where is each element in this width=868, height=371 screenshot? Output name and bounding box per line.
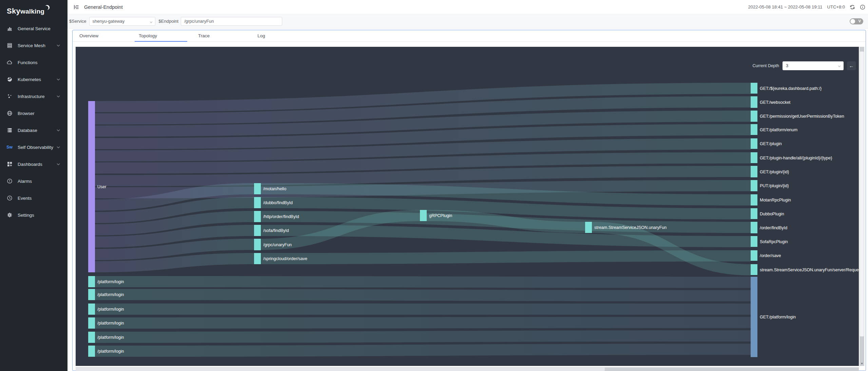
refresh-icon[interactable] [850,4,855,10]
sw-logo-icon: Sw [6,144,13,150]
sankey-node--grpc-unaryfun[interactable] [254,239,261,250]
logo-text-primary: Sky [7,7,20,16]
sankey-node-stream-streamservicejson-unaryfun[interactable] [585,222,592,233]
sankey-node-label: DubboPlugin [760,212,784,216]
sankey-node-label: /dubbo/findById [263,200,293,205]
sidebar-item-infrastructure[interactable]: Infrastructure [0,88,67,105]
sankey-node-get-websocket[interactable] [751,96,757,108]
sidebar-item-self-observability[interactable]: SwSelf Observability [0,139,67,156]
sankey-node--platform-login[interactable] [88,317,95,329]
sidebar-item-label: Self Observability [18,145,53,150]
sankey-node-sofarpcplugin[interactable] [751,236,757,247]
sankey-node-label: PUT:/plugin/{id} [760,183,789,188]
time-range[interactable]: 2022-05-08 18:41 ~ 2022-05-08 19:11 [748,4,822,9]
sankey-node--motan-hello[interactable] [254,183,261,194]
sankey-node--dubbo-findbyid[interactable] [254,197,261,208]
sankey-node-motanrpcplugin[interactable] [751,194,757,206]
sankey-link-p1-r15[interactable] [95,276,751,288]
vertical-scrollbar[interactable]: ▾ [860,47,864,366]
menu-fold-icon[interactable] [73,4,79,10]
sankey-node--platform-login[interactable] [88,304,95,315]
sankey-node-get-platform-enum[interactable] [751,124,757,135]
sankey-node-get-plugin-id-[interactable] [751,166,757,177]
sankey-node-get-eureka-dashboard-path-[interactable] [751,83,757,94]
sankey-node-label: /platform/login [97,279,124,284]
sankey-node--sofa-findbyid[interactable] [254,225,261,236]
sankey-node-dubboplugin[interactable] [751,208,757,219]
sankey-link-p3-r15[interactable] [95,304,751,315]
timezone-label[interactable]: UTC+8:0 [827,4,845,9]
info-icon[interactable] [860,4,865,10]
sidebar-item-alarms[interactable]: Alarms [0,173,67,190]
service-select[interactable]: shenyu-gateway [89,17,155,26]
sankey-node-get-permission-getuserpermissionbytoken[interactable] [751,111,757,122]
sidebar-item-general-service[interactable]: General Service [0,20,67,37]
sankey-link-p5-r15[interactable] [95,330,751,343]
sidebar-item-database[interactable]: Database [0,122,67,139]
sankey-link-p4-r15[interactable] [95,317,751,329]
sankey-node-label: gRPCPlugin [429,213,452,218]
depth-select[interactable]: 3 [783,61,844,70]
sankey-node-label: GET:/platform/enum [760,128,797,132]
sidebar-item-settings[interactable]: Settings [0,207,67,223]
filter-bar: $Service shenyu-gateway $Endpoint V [67,14,868,28]
sankey-node--platform-login[interactable] [88,289,95,300]
sankey-node-get-plugin-handle-all-pluginid-type-[interactable] [751,152,757,163]
sidebar-item-functions[interactable]: Functions [0,54,67,71]
sankey-node-get-platform-login[interactable] [751,277,757,357]
tab-trace[interactable]: Trace [194,30,253,41]
sankey-node--springcloud-order-save[interactable] [254,253,261,264]
tab-log[interactable]: Log [253,30,313,41]
sankey-node--platform-login[interactable] [88,346,95,357]
tab-topology[interactable]: Topology [135,30,194,41]
sidebar-item-label: Alarms [18,179,32,184]
sidebar-item-label: Events [18,196,32,201]
toggle-label: V [859,19,861,23]
sidebar-item-label: Dashboards [18,162,42,167]
sankey-node-label: GET:/plugin [760,141,782,146]
view-toggle[interactable]: V [850,18,863,24]
chevron-down-icon [57,78,60,81]
sidebar-item-service-mesh[interactable]: Service Mesh [0,37,67,54]
scroll-down-arrow-icon[interactable]: ▾ [860,362,864,365]
sankey-link-p6-r15[interactable] [95,344,751,357]
sankey-node--order-save[interactable] [751,250,757,261]
sankey-node-user[interactable] [88,101,95,272]
chevron-down-icon [57,95,60,98]
sankey-node-label: GET:/plugin-handle/all/{pluginId}/{type} [760,156,832,160]
sankey-node-label: SofaRpcPlugin [760,239,788,244]
sidebar: Skywalking General ServiceService MeshFu… [0,0,67,371]
sankey-node--order-findbyid[interactable] [751,222,757,233]
back-button[interactable]: ← [847,61,856,70]
sankey-link-p2-r15[interactable] [95,289,751,301]
vertical-scrollbar-thumb[interactable] [860,52,864,336]
endpoint-input[interactable] [181,17,282,26]
horizontal-scrollbar-thumb[interactable] [76,368,605,371]
clock-icon [6,195,13,201]
k8s-wheel-icon [6,76,13,82]
sankey-node--http-order-findbyid[interactable] [254,211,261,222]
sidebar-item-label: Kubernetes [18,77,41,82]
sidebar-item-dashboards[interactable]: Dashboards [0,156,67,173]
sidebar-item-events[interactable]: Events [0,190,67,207]
sankey-node-get-plugin[interactable] [751,138,757,149]
horizontal-scrollbar[interactable] [76,367,859,371]
chevron-down-icon [838,65,841,67]
logo-swoosh-icon [44,4,51,11]
sidebar-menu: General ServiceService MeshFunctionsKube… [0,20,67,223]
sankey-node-label: /grpc/unaryFun [263,242,292,247]
sankey-node-label: /springcloud/order/save [263,256,307,261]
sidebar-item-kubernetes[interactable]: Kubernetes [0,71,67,88]
gear-icon [6,212,13,218]
depth-control: Current Depth 3 ← [752,61,856,70]
sankey-node-put-plugin-id-[interactable] [751,180,757,191]
sankey-node-label: GET:/${eureka.dashboard.path:/} [760,86,822,91]
tab-overview[interactable]: Overview [75,30,135,41]
sankey-node-stream-streamservicejson-unaryfun-server-reque[interactable] [751,264,757,275]
service-filter-label: $Service [69,19,86,24]
sankey-node--platform-login[interactable] [88,276,95,287]
sidebar-item-label: General Service [18,26,51,31]
sidebar-item-browser[interactable]: Browser [0,105,67,122]
sankey-node--platform-login[interactable] [88,332,95,343]
sankey-node-grpcplugin[interactable] [420,210,427,221]
